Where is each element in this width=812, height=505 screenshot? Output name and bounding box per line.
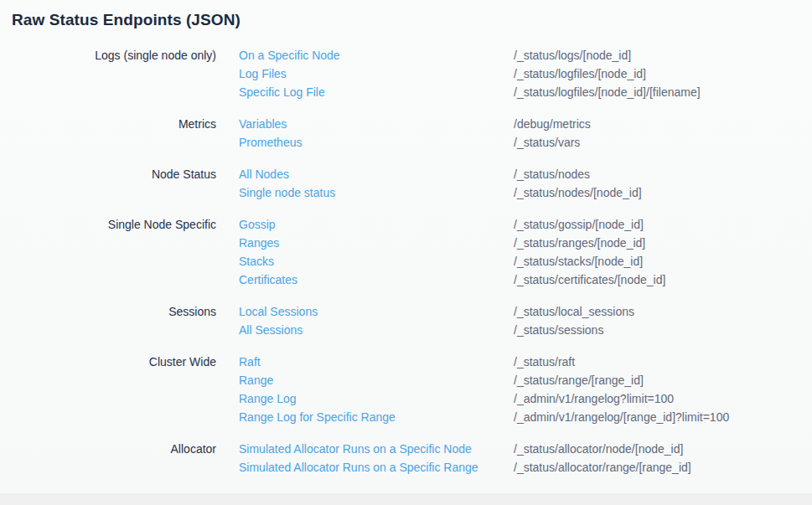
endpoint-path: /_status/local_sessions: [514, 302, 634, 321]
endpoint-path: /_status/ranges/[node_id]: [514, 234, 645, 252]
endpoint-group: Single Node Specific Gossip /_status/gos…: [0, 215, 812, 289]
endpoint-link[interactable]: On a Specific Node: [216, 46, 514, 64]
endpoint-link[interactable]: All Nodes: [216, 165, 514, 183]
endpoint-path: /_status/certificates/[node_id]: [514, 271, 665, 289]
category-label: Logs (single node only): [0, 46, 216, 64]
endpoint-link[interactable]: Specific Log File: [216, 83, 514, 101]
endpoint-link[interactable]: Local Sessions: [216, 302, 514, 321]
endpoint-row: Variables /debug/metrics: [216, 115, 812, 133]
endpoint-path: /_admin/v1/rangelog?limit=100: [514, 389, 674, 408]
debug-endpoints-page: Raw Status Endpoints (JSON) Logs (single…: [0, 0, 812, 505]
endpoint-path: /_status/range/[range_id]: [514, 371, 644, 389]
endpoint-rows: Variables /debug/metrics Prometheus /_st…: [216, 115, 812, 152]
endpoint-row: Log Files /_status/logfiles/[node_id]: [216, 64, 812, 83]
endpoint-row: Certificates /_status/certificates/[node…: [216, 271, 812, 289]
endpoint-path: /_status/vars: [514, 133, 580, 152]
endpoint-link[interactable]: Range Log for Specific Range: [216, 408, 514, 426]
endpoint-rows: On a Specific Node /_status/logs/[node_i…: [216, 46, 812, 101]
endpoint-row: Simulated Allocator Runs on a Specific N…: [216, 440, 812, 458]
endpoint-link[interactable]: Ranges: [216, 234, 514, 252]
endpoint-group: Sessions Local Sessions /_status/local_s…: [0, 302, 812, 339]
endpoint-path: /_status/stacks/[node_id]: [514, 252, 643, 271]
endpoint-path: /_admin/v1/rangelog/[range_id]?limit=100: [514, 408, 729, 426]
endpoint-path: /_status/allocator/range/[range_id]: [514, 458, 691, 477]
endpoint-row: All Sessions /_status/sessions: [216, 321, 812, 339]
endpoint-link[interactable]: Certificates: [216, 271, 514, 289]
endpoint-link[interactable]: Log Files: [216, 64, 514, 83]
category-label: Cluster Wide: [0, 353, 216, 371]
category-label: Sessions: [0, 302, 216, 321]
endpoint-row: Ranges /_status/ranges/[node_id]: [216, 234, 812, 252]
endpoint-link[interactable]: Simulated Allocator Runs on a Specific N…: [216, 440, 514, 458]
endpoint-row: Range Log for Specific Range /_admin/v1/…: [216, 408, 812, 426]
footer-strip: [0, 493, 812, 505]
endpoint-path: /debug/metrics: [514, 115, 591, 133]
endpoint-rows: Gossip /_status/gossip/[node_id] Ranges …: [216, 215, 812, 289]
endpoint-link[interactable]: Variables: [216, 115, 514, 133]
endpoint-group: Logs (single node only) On a Specific No…: [0, 46, 812, 101]
endpoint-rows: Simulated Allocator Runs on a Specific N…: [216, 440, 812, 477]
endpoint-group: Allocator Simulated Allocator Runs on a …: [0, 440, 812, 477]
endpoint-path: /_status/gossip/[node_id]: [514, 215, 644, 234]
endpoint-link[interactable]: Simulated Allocator Runs on a Specific R…: [216, 458, 514, 477]
endpoint-row: Raft /_status/raft: [216, 353, 812, 371]
endpoint-link[interactable]: Prometheus: [216, 133, 514, 152]
endpoint-link[interactable]: Range: [216, 371, 514, 389]
endpoint-link[interactable]: Gossip: [216, 215, 514, 234]
endpoint-link[interactable]: Raft: [216, 353, 514, 371]
endpoint-link[interactable]: Single node status: [216, 183, 514, 202]
endpoint-path: /_status/logs/[node_id]: [514, 46, 631, 64]
category-label: Single Node Specific: [0, 215, 216, 234]
endpoint-row: Stacks /_status/stacks/[node_id]: [216, 252, 812, 271]
endpoint-row: Range /_status/range/[range_id]: [216, 371, 812, 389]
endpoint-row: Range Log /_admin/v1/rangelog?limit=100: [216, 389, 812, 408]
category-label: Metrics: [0, 115, 216, 133]
endpoint-path: /_status/raft: [514, 353, 575, 371]
endpoint-row: All Nodes /_status/nodes: [216, 165, 812, 183]
endpoint-rows: Local Sessions /_status/local_sessions A…: [216, 302, 812, 339]
endpoint-group: Node Status All Nodes /_status/nodes Sin…: [0, 165, 812, 202]
endpoint-rows: Raft /_status/raft Range /_status/range/…: [216, 353, 812, 426]
endpoint-link[interactable]: All Sessions: [216, 321, 514, 339]
endpoint-link[interactable]: Range Log: [216, 389, 514, 408]
endpoint-row: Local Sessions /_status/local_sessions: [216, 302, 812, 321]
endpoint-path: /_status/allocator/node/[node_id]: [514, 440, 683, 458]
endpoint-row: Single node status /_status/nodes/[node_…: [216, 183, 812, 202]
category-label: Node Status: [0, 165, 216, 183]
page-title: Raw Status Endpoints (JSON): [12, 11, 240, 29]
category-label: Allocator: [0, 440, 216, 458]
endpoint-path: /_status/logfiles/[node_id]/[filename]: [514, 83, 701, 101]
endpoint-row: Gossip /_status/gossip/[node_id]: [216, 215, 812, 234]
endpoint-path: /_status/nodes: [514, 165, 590, 183]
endpoint-group: Metrics Variables /debug/metrics Prometh…: [0, 115, 812, 152]
endpoint-path: /_status/sessions: [514, 321, 603, 339]
endpoint-row: Specific Log File /_status/logfiles/[nod…: [216, 83, 812, 101]
endpoint-path: /_status/nodes/[node_id]: [514, 183, 642, 202]
endpoint-row: Simulated Allocator Runs on a Specific R…: [216, 458, 812, 477]
endpoint-rows: All Nodes /_status/nodes Single node sta…: [216, 165, 812, 202]
endpoint-group: Cluster Wide Raft /_status/raft Range /_…: [0, 353, 812, 426]
endpoint-groups: Logs (single node only) On a Specific No…: [0, 46, 812, 490]
endpoint-link[interactable]: Stacks: [216, 252, 514, 271]
endpoint-row: On a Specific Node /_status/logs/[node_i…: [216, 46, 812, 64]
endpoint-path: /_status/logfiles/[node_id]: [514, 64, 646, 83]
endpoint-row: Prometheus /_status/vars: [216, 133, 812, 152]
